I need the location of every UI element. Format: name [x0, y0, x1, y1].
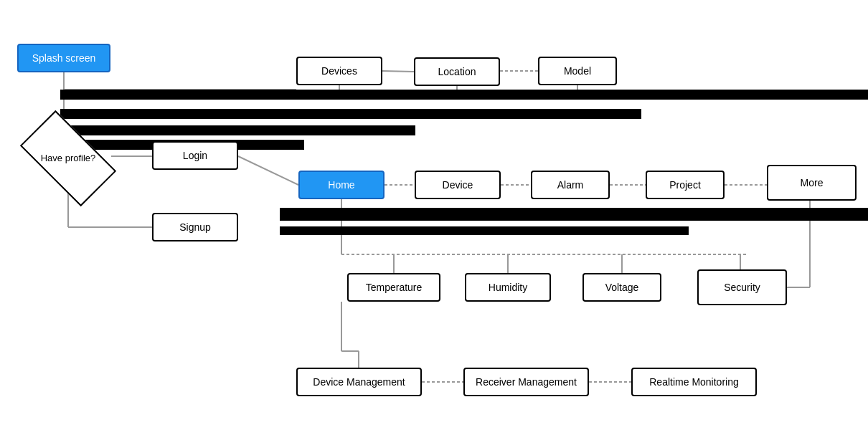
alarm-node[interactable]: Alarm [531, 171, 610, 199]
svg-line-5 [382, 71, 414, 72]
project-node[interactable]: Project [646, 171, 725, 199]
home-node[interactable]: Home [298, 171, 385, 199]
login-node[interactable]: Login [152, 141, 238, 170]
svg-line-10 [238, 156, 298, 185]
band-1 [60, 90, 868, 100]
voltage-node[interactable]: Voltage [582, 273, 661, 302]
receiver-management-node[interactable]: Receiver Management [463, 368, 589, 396]
realtime-monitoring-node[interactable]: Realtime Monitoring [631, 368, 757, 396]
model-node[interactable]: Model [538, 57, 617, 85]
more-node[interactable]: More [767, 165, 857, 201]
band-6 [280, 226, 689, 235]
have-profile-diamond: Have profile? [22, 131, 115, 185]
band-2 [60, 109, 641, 119]
security-node[interactable]: Security [697, 269, 787, 305]
flowchart: Splash screen Devices Location Model Hav… [0, 0, 868, 445]
temperature-node[interactable]: Temperature [347, 273, 440, 302]
band-5 [280, 208, 868, 221]
device-node[interactable]: Device [415, 171, 501, 199]
location-node[interactable]: Location [414, 57, 500, 86]
humidity-node[interactable]: Humidity [465, 273, 551, 302]
device-management-node[interactable]: Device Management [296, 368, 422, 396]
signup-node[interactable]: Signup [152, 213, 238, 241]
splash-screen-node[interactable]: Splash screen [17, 44, 110, 72]
devices-node[interactable]: Devices [296, 57, 382, 85]
